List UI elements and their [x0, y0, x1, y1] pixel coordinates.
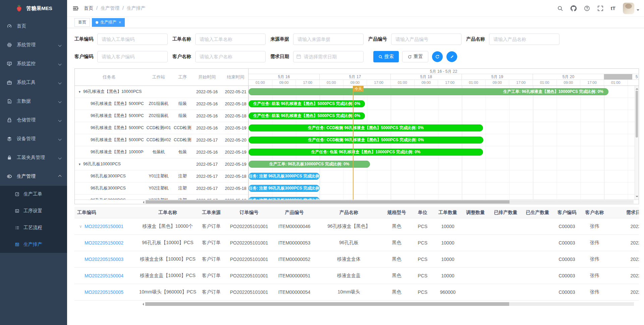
sidebar-item-process-flow[interactable]: 工艺流程 — [0, 219, 67, 236]
scrollbar-track[interactable] — [145, 302, 634, 306]
sidebar-item-equipment-management[interactable]: 设备管理 — [0, 129, 67, 148]
close-icon[interactable]: × — [119, 20, 121, 24]
expand-caret-icon[interactable]: ▼ — [78, 163, 83, 166]
gantt-bar[interactable]: 生产任务: 注塑 96孔孔板3000PCS 完成比例: 0% — [249, 173, 320, 180]
gantt-vertical-scrollbar[interactable] — [635, 86, 639, 200]
expand-caret-icon[interactable]: ∨ — [79, 224, 85, 229]
sidebar-item-system-management[interactable]: 系统管理 — [0, 36, 67, 54]
sidebar-item-label: 工艺流程 — [23, 225, 42, 231]
work-order-code-cell: ∨MO202205150001 — [74, 224, 138, 229]
gantt-task-row[interactable]: 96孔移液盒【黑色】10000PCS 包装机 包装 2022-05-16 202… — [75, 146, 248, 158]
gantt-task-row[interactable]: ▼96孔孔板10000PCS 2022-05-17 2022-05-19 — [75, 158, 248, 170]
chevron-down-icon — [58, 100, 62, 103]
demand-date-input[interactable] — [293, 51, 364, 62]
sidebar-item-production-management[interactable]: 生产管理 — [0, 167, 67, 186]
product-name-cell: 移液盒盒体 — [315, 256, 382, 262]
gantt-task-row[interactable]: 96孔孔板3000PCS Y02注塑机 注塑 2022-05-17 2022-0… — [75, 182, 248, 195]
gantt-horizontal-scrollbar[interactable] — [75, 200, 639, 204]
scrollbar-track[interactable] — [146, 200, 634, 204]
work-order-link[interactable]: MO202205150001 — [85, 224, 123, 229]
user-menu[interactable] — [623, 3, 639, 14]
work-order-link[interactable]: MO202205150004 — [85, 273, 123, 278]
work-order-code-input[interactable] — [97, 34, 168, 45]
reset-button[interactable]: 重置 — [402, 51, 428, 62]
table-row[interactable]: MO202205150004 移液盒盒盖【10000】PCS 客户订单 PO20… — [74, 268, 639, 284]
avatar[interactable] — [623, 3, 634, 14]
font-size-icon[interactable]: tT — [611, 5, 615, 11]
gantt-task-row[interactable]: 96孔移液盒【黑色】5000PCS Z01组装机 组装 2022-05-16 2… — [75, 98, 248, 110]
gantt-task-row[interactable]: 96孔移液盒【黑色】5000PCS Z02组装机 组装 2022-05-16 2… — [75, 110, 248, 122]
fullscreen-icon[interactable] — [597, 5, 603, 11]
work-order-name-input[interactable] — [195, 34, 266, 45]
table-row[interactable]: MO202205150003 移液盒盒体【10000】PCS 客户订单 PO20… — [74, 251, 639, 268]
customer-name-input[interactable] — [195, 51, 266, 62]
gantt-task-row[interactable]: 96孔孔板3000PCS Y03注塑机 注塑 2022-05-17 2022-0… — [75, 195, 248, 200]
start-time-cell: 2022-05-16 — [191, 114, 223, 118]
filter-group-product-name: 产品名称 — [466, 34, 559, 45]
timeline-scrollbar-thumb[interactable] — [604, 74, 632, 79]
work-order-link[interactable]: MO202205150005 — [85, 289, 123, 295]
sidebar-item-production-scheduling[interactable]: 生产排产 — [0, 236, 67, 253]
top-navbar: 首页/生产管理/生产排产 tT — [67, 0, 644, 17]
sidebar-item-master-data[interactable]: 主数据 — [0, 92, 67, 111]
sidebar-item-system-tools[interactable]: 系统工具 — [0, 73, 67, 92]
table-column-header: 规格型号 — [382, 210, 411, 216]
gantt-bar[interactable]: 生产任务: 组装 96孔移液盒【黑色】5000PCS 完成比例: 0% — [249, 100, 365, 107]
expand-caret-icon[interactable]: ▼ — [78, 90, 83, 94]
tab-production-scheduling[interactable]: 生产排产 × — [92, 18, 125, 27]
search-button[interactable]: 搜索 — [373, 51, 399, 62]
app-logo[interactable]: 苦糖果MES — [0, 0, 67, 17]
gantt-bar[interactable]: 生产任务: 包装 96孔移液盒【黑色】10000PCS 完成比例: 0% — [249, 149, 483, 156]
gantt-bar[interactable]: 生产工单: 96孔孔板10000PCS 完成比例: 0% — [249, 161, 370, 168]
sidebar-toggle-button[interactable] — [67, 0, 84, 16]
gantt-bar[interactable]: 生产任务: 注塑 96孔孔板3000PCS 完成比例: 0% — [249, 185, 320, 192]
scroll-left-arrow[interactable] — [142, 201, 144, 204]
scroll-left-arrow[interactable] — [141, 303, 144, 306]
github-icon[interactable] — [571, 5, 577, 11]
scrollbar-thumb[interactable] — [636, 91, 638, 138]
table-horizontal-scrollbar[interactable] — [74, 302, 639, 306]
scroll-up-arrow[interactable] — [636, 87, 638, 90]
gantt-bar[interactable]: 生产任务: 注塑 96孔孔板3000PCS 完成比例: 0% — [249, 197, 320, 200]
unit-cell: PCS — [411, 224, 434, 229]
sidebar-item-process-settings[interactable]: 工序设置 — [0, 203, 67, 219]
sidebar-item-warehouse-management[interactable]: 仓储管理 — [0, 111, 67, 129]
gantt-bar[interactable]: 生产工单: 96孔移液盒【黑色】10000PCS 完成比例: 0% — [249, 88, 608, 95]
source-document-input[interactable] — [293, 34, 364, 45]
table-row[interactable]: MO202205150005 10mm吸头【960000】PCS 客户订单 PO… — [74, 284, 639, 301]
work-order-link[interactable]: MO202205150002 — [85, 240, 123, 246]
edit-schedule-button[interactable] — [446, 51, 457, 62]
gantt-bar[interactable]: 生产任务: CCD检测 96孔移液盒【黑色】5000PCS 完成比例: 0% — [249, 124, 483, 131]
scrollbar-thumb[interactable] — [145, 302, 509, 306]
gantt-bar[interactable]: 生产任务: CCD检测 96孔移液盒【黑色】5000PCS 完成比例: 0% — [249, 137, 483, 144]
scroll-down-arrow[interactable] — [636, 196, 638, 199]
product-name-input[interactable] — [489, 34, 559, 45]
scrollbar-thumb[interactable] — [146, 200, 509, 204]
sidebar-item-fixture-management[interactable]: 工装夹具管理 — [0, 148, 67, 167]
gantt-task-row[interactable]: 96孔移液盒【黑色】5000PCS CCD检测#02 CCD检测 2022-05… — [75, 134, 248, 146]
refresh-gantt-button[interactable] — [432, 51, 443, 62]
work-order-link[interactable]: MO202205150003 — [85, 257, 123, 262]
timeline-hour-tick: 01:00 — [533, 80, 557, 86]
gantt-bar[interactable]: 生产任务: 组装 96孔移液盒【黑色】5000PCS 完成比例: 0% — [249, 112, 365, 119]
product-code-input[interactable] — [391, 34, 462, 45]
search-icon[interactable] — [557, 5, 563, 11]
sidebar-item-home[interactable]: 首页 — [0, 17, 67, 36]
gantt-task-row[interactable]: 96孔孔板3000PCS Y01注塑机 注塑 2022-05-17 2022-0… — [75, 170, 248, 182]
help-icon[interactable] — [584, 5, 590, 11]
order-number-cell: PO202205101001 — [225, 273, 273, 278]
sidebar-item-system-monitor[interactable]: 系统监控 — [0, 54, 67, 73]
end-time-cell: 2022-05-20 — [223, 138, 249, 143]
chevron-down-icon — [58, 118, 62, 122]
sidebar-item-production-orders[interactable]: 生产工单 — [0, 186, 67, 203]
table-column-header: 工单数量 — [434, 210, 461, 216]
breadcrumb-home[interactable]: 首页 — [84, 5, 93, 11]
table-row[interactable]: ∨MO202205150001 移液盒【黑色】10000个 客户订单 PO202… — [74, 218, 639, 235]
gantt-task-row[interactable]: 96孔移液盒【黑色】5000PCS CCD检测#01 CCD检测 2022-05… — [75, 122, 248, 134]
table-row[interactable]: MO202205150002 96孔孔板【10000】PCS 客户订单 PO20… — [74, 235, 639, 251]
task-name-cell: 96孔孔板3000PCS — [75, 173, 144, 179]
customer-code-input[interactable] — [97, 51, 168, 62]
breadcrumb-production-management[interactable]: 生产管理 — [101, 5, 119, 11]
gantt-task-row[interactable]: ▼96孔移液盒【黑色】10000PCS 2022-05-16 2022-05-2… — [75, 86, 248, 98]
tab-home[interactable]: 首页 — [74, 18, 90, 27]
